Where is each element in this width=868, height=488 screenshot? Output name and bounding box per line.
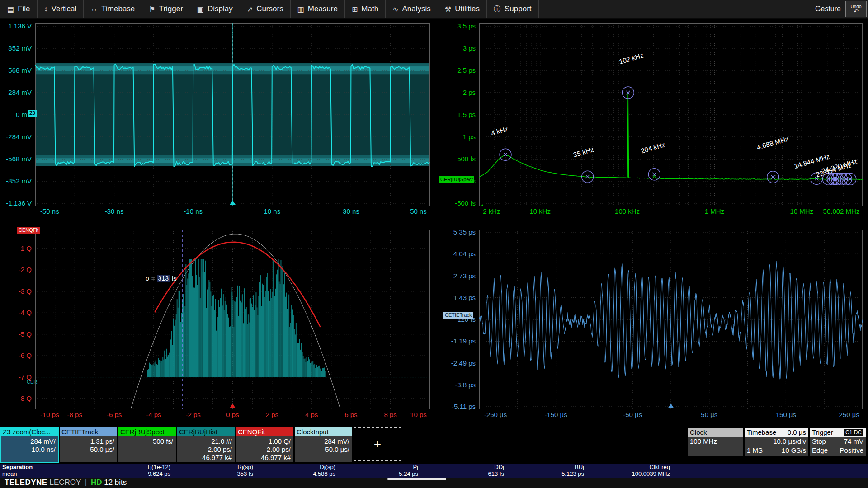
math-icon: ⊞	[352, 5, 358, 14]
descriptor-z3[interactable]: Z3 zoom(Cloc...284 mV/10.0 ns/	[1, 427, 58, 462]
timebase-sampling: 1 MS10 GS/s	[745, 446, 808, 455]
zoom-waveform-plot[interactable]	[35, 23, 430, 206]
measure-header-6: BUj	[504, 464, 584, 470]
descriptor-cerjbujhist-values: 21.0 #/2.00 ps/46.977 k#	[177, 436, 235, 462]
y-tick-label: 2 ps	[443, 89, 476, 97]
y-tick-label: 852 mV	[0, 44, 32, 52]
menu-timebase-label: Timebase	[101, 5, 135, 14]
cursors-icon: ↗	[247, 5, 253, 14]
clock-box-value: 100 MHz	[688, 437, 743, 446]
brand-lecroy: LECROY	[49, 478, 81, 487]
x-tick-label: -6 ps	[107, 411, 122, 418]
svg-text:4.688 MHz: 4.688 MHz	[756, 135, 789, 151]
descriptor-cerjbujspect-header: CERjBUjSpect	[118, 427, 176, 436]
descriptor-cetietrack-values: 1.31 ps/50.0 µs/	[60, 436, 117, 454]
x-tick-label: 250 µs	[839, 411, 859, 418]
undo-button[interactable]: Undo ↶	[845, 1, 867, 17]
brand-teledyne: TELEDYNE	[5, 478, 47, 487]
descriptor-cerjbujspect[interactable]: CERjBUjSpect500 fs/---	[118, 427, 176, 462]
descriptor-z3-values: 284 mV/10.0 ns/	[1, 436, 58, 454]
y-tick-label: 2.5 ps	[443, 66, 476, 75]
trigger-box[interactable]: TriggerC1 DCStop74 mVEdgePositive	[810, 428, 866, 456]
fit-trace-label: CENQFit	[17, 227, 40, 234]
timebase-icon: ↔	[90, 5, 98, 13]
menu-utilities[interactable]: ⚒Utilities	[438, 0, 487, 18]
spectrum-plot[interactable]: 4 kHz35 kHz102 kHz204 kHz4.688 MHz14.844…	[479, 23, 863, 206]
measure-value-0: mean	[0, 470, 70, 477]
spectrum-trace-label: CER|BUjSpect	[439, 176, 474, 183]
x-tick-label: 0 ps	[226, 411, 239, 418]
y-tick-label: -4 Q	[0, 309, 32, 317]
menu-display-label: Display	[208, 5, 233, 14]
measure-value-5: 613 fs	[418, 470, 504, 477]
measurement-table: SeparationTj(1e-12)Rj(sp)Dj(sp)PjDDjBUjC…	[0, 464, 868, 478]
svg-text:4 kHz: 4 kHz	[490, 125, 509, 137]
measure-header-7: ClkFreq	[584, 464, 670, 470]
menu-measure[interactable]: ▥Measure	[291, 0, 345, 18]
undo-arrow-icon: ↶	[854, 9, 859, 14]
x-tick-label: 4 ps	[305, 411, 318, 418]
tie-track-plot[interactable]	[479, 230, 863, 409]
y-tick-label: -8 Q	[0, 394, 32, 403]
y-tick-label: 0 mV	[0, 111, 32, 119]
menu-analysis[interactable]: ∿Analysis	[386, 0, 438, 18]
timebase-perdiv: 10.0 µs/div	[745, 437, 808, 446]
menu-vertical[interactable]: ↕Vertical	[38, 0, 84, 18]
x-tick-label: 2 ps	[266, 411, 278, 418]
x-tick-label: -250 µs	[484, 411, 507, 418]
descriptor-cenqfit[interactable]: CENQFit1.00 Q/2.00 ps/46.977 k#	[236, 427, 293, 462]
brand-logo: TELEDYNE LECROY | HD 12 bits	[5, 478, 127, 487]
descriptor-cerjbujspect-values: 500 fs/---	[118, 436, 176, 454]
clock-box[interactable]: Clock100 MHz	[688, 428, 743, 456]
gesture-label: Gesture	[815, 5, 841, 13]
trigger-source-badge: C1 DC	[844, 429, 863, 436]
timebase-box-header: Timebase0.0 µs	[745, 428, 808, 437]
y-tick-label: -852 mV	[0, 177, 32, 185]
menu-timebase[interactable]: ↔Timebase	[84, 0, 142, 18]
x-tick-label: -2 ps	[186, 411, 201, 418]
y-tick-label: -500 fs	[443, 199, 476, 207]
x-tick-label: 6 ps	[344, 411, 357, 418]
measure-header-1: Tj(1e-12)	[70, 464, 170, 470]
y-tick-label: -3.8 ps	[443, 381, 476, 389]
menu-trigger[interactable]: ⚑Trigger	[142, 0, 190, 18]
x-tick-label: -50 µs	[623, 411, 642, 418]
y-tick-label: 284 mV	[0, 89, 32, 97]
x-tick-label: 10 ns	[264, 207, 280, 215]
y-tick-label: 568 mV	[0, 66, 32, 75]
utilities-icon: ⚒	[445, 5, 451, 14]
menu-support[interactable]: ⓘSupport	[487, 0, 539, 18]
menu-cursors[interactable]: ↗Cursors	[240, 0, 291, 18]
menu-items: ▤File↕Vertical↔Timebase⚑Trigger▣Display↗…	[0, 0, 539, 18]
vertical-icon: ↕	[44, 5, 48, 13]
descriptor-cerjbujhist[interactable]: CERjBUjHist21.0 #/2.00 ps/46.977 k#	[177, 427, 235, 462]
x-tick-label: 10 MHz	[790, 207, 813, 215]
descriptor-cenqfit-header: CENQFit	[236, 427, 293, 436]
timebase-box[interactable]: Timebase0.0 µs10.0 µs/div1 MS10 GS/s	[745, 428, 808, 456]
clock-box-header: Clock	[688, 428, 743, 437]
descriptor-clockinput[interactable]: ClockInput284 mV/50.0 µs/	[295, 427, 352, 462]
histogram-plot[interactable]	[35, 230, 430, 409]
track-trace-label: CETIETrack	[443, 312, 473, 319]
menu-math[interactable]: ⊞Math	[345, 0, 386, 18]
x-tick-label: 10 kHz	[529, 207, 551, 215]
descriptor-cetietrack[interactable]: CETIETrack1.31 ps/50.0 µs/	[60, 427, 117, 462]
add-trace-button[interactable]: +	[354, 427, 401, 461]
status-pill	[387, 478, 446, 480]
menu-display[interactable]: ▣Display	[190, 0, 240, 18]
brand-divider: |	[83, 478, 89, 487]
x-tick-label: 150 µs	[776, 411, 796, 418]
menu-file-label: File	[18, 5, 30, 14]
y-tick-label: 3.5 ps	[443, 22, 476, 30]
status-bar: TELEDYNE LECROY | HD 12 bits	[0, 478, 868, 488]
x-tick-label: 100 kHz	[615, 207, 640, 215]
x-tick-label: 10 ps	[410, 411, 427, 418]
y-tick-label: -2.49 ps	[443, 359, 476, 367]
trigger-row-1: EdgePositive	[810, 446, 866, 455]
y-tick-label: 1.5 ps	[443, 111, 476, 119]
menu-math-label: Math	[361, 5, 378, 14]
plot-area: 1.136 V852 mV568 mV284 mV0 mV-284 mV-568…	[0, 0, 868, 488]
menu-file[interactable]: ▤File	[0, 0, 38, 18]
measure-value-4: 5.24 ps	[335, 470, 418, 477]
menu-support-label: Support	[505, 5, 532, 14]
